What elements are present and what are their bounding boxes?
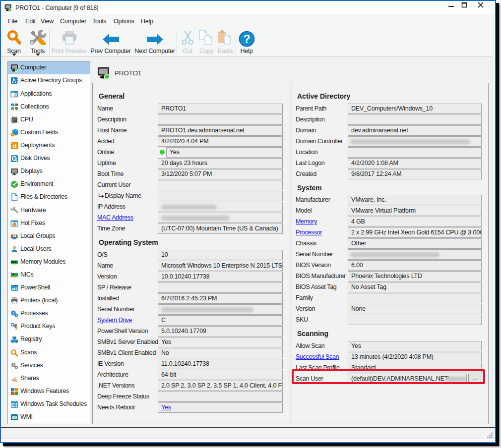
svg-text:d: d — [13, 142, 17, 150]
svg-text:?: ? — [243, 33, 250, 46]
svg-text:ps1: ps1 — [11, 287, 17, 291]
